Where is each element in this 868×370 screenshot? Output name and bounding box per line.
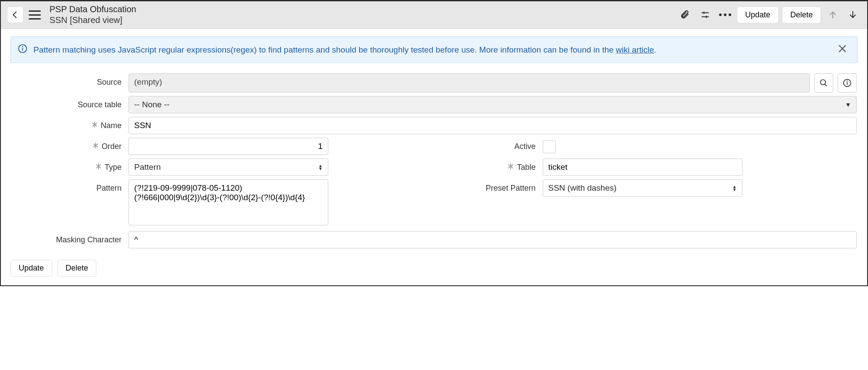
form-header: PSP Data Obfuscation SSN [Shared view] U… xyxy=(1,1,867,29)
masking-char-label: Masking Character xyxy=(11,231,129,244)
info-icon xyxy=(18,44,27,56)
pattern-field[interactable]: (?!219-09-9999|078-05-1120)(?!666|000|9\… xyxy=(129,179,328,225)
page-title: PSP Data Obfuscation xyxy=(50,4,136,15)
source-info-button[interactable] xyxy=(838,73,857,92)
preset-pattern-label: Preset Pattern xyxy=(434,179,543,193)
menu-button[interactable] xyxy=(28,8,42,22)
active-label: Active xyxy=(434,138,543,151)
form-body: Source (empty) Source table -- None -- ▼ xyxy=(1,69,867,255)
required-icon xyxy=(92,142,99,151)
sliders-icon xyxy=(700,10,710,20)
close-info-button[interactable] xyxy=(835,43,850,56)
order-label: Order xyxy=(11,138,129,151)
pattern-label: Pattern xyxy=(11,179,129,193)
source-field[interactable]: (empty) xyxy=(129,73,810,92)
table-field[interactable] xyxy=(543,159,743,176)
svg-point-11 xyxy=(821,80,826,85)
back-button[interactable] xyxy=(7,7,23,23)
info-message: Pattern matching uses JavaScript regular… xyxy=(33,45,835,55)
paperclip-icon xyxy=(680,10,690,20)
info-icon xyxy=(843,79,851,87)
arrow-up-icon xyxy=(828,10,838,20)
source-lookup-button[interactable] xyxy=(814,73,833,92)
page-subtitle: SSN [Shared view] xyxy=(50,15,136,26)
order-field[interactable] xyxy=(129,138,328,155)
name-field[interactable] xyxy=(129,117,857,134)
active-checkbox[interactable] xyxy=(543,140,556,153)
wiki-link[interactable]: wiki article xyxy=(616,45,654,54)
title-block: PSP Data Obfuscation SSN [Shared view] xyxy=(50,4,136,26)
chevron-left-icon xyxy=(10,10,20,20)
required-icon xyxy=(91,121,98,130)
type-label: Type xyxy=(11,159,129,172)
delete-button[interactable]: Delete xyxy=(782,7,821,23)
table-label: Table xyxy=(434,159,543,172)
updown-icon: ▲▼ xyxy=(733,185,737,191)
more-options-icon xyxy=(719,13,731,16)
source-table-select[interactable]: -- None -- ▼ xyxy=(129,96,857,113)
svg-line-12 xyxy=(825,84,827,86)
personalize-form-button[interactable] xyxy=(697,7,713,23)
required-icon xyxy=(507,163,514,172)
attachments-button[interactable] xyxy=(677,7,693,23)
close-icon xyxy=(837,43,848,54)
update-button[interactable]: Update xyxy=(737,7,779,23)
svg-point-15 xyxy=(847,81,848,81)
source-label: Source xyxy=(11,73,129,87)
updown-icon: ▲▼ xyxy=(318,164,323,170)
footer-delete-button[interactable]: Delete xyxy=(57,260,96,277)
chevron-down-icon: ▼ xyxy=(845,101,851,108)
info-banner: Pattern matching uses JavaScript regular… xyxy=(10,36,858,63)
form-footer: Update Delete xyxy=(1,255,867,285)
name-label: Name xyxy=(11,117,129,130)
arrow-down-icon xyxy=(848,10,858,20)
required-icon xyxy=(95,163,102,172)
footer-update-button[interactable]: Update xyxy=(10,260,52,277)
more-options-button[interactable] xyxy=(717,7,733,23)
masking-char-field[interactable] xyxy=(129,231,857,248)
type-select[interactable]: Pattern ▲▼ xyxy=(129,159,328,176)
previous-record-button[interactable] xyxy=(825,7,841,23)
svg-point-8 xyxy=(23,46,23,47)
preset-pattern-select[interactable]: SSN (with dashes) ▲▼ xyxy=(543,179,743,197)
source-table-label: Source table xyxy=(11,96,129,109)
search-icon xyxy=(819,79,828,87)
next-record-button[interactable] xyxy=(845,7,861,23)
